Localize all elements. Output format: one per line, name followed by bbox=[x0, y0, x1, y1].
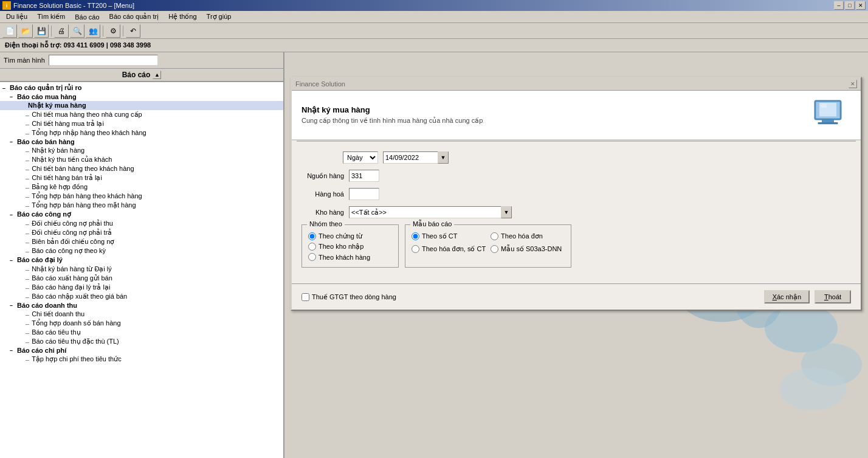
toolbar-print[interactable]: 🖨 bbox=[54, 24, 69, 38]
tree-item-tap-hop-chi-phi[interactable]: – Tập hợp chi phí theo tiêu thức bbox=[0, 355, 283, 364]
kho-hang-dropdown-btn[interactable]: ▼ bbox=[501, 206, 512, 218]
tree-item-bang-ke-hop-dong[interactable]: – Bảng kê hợp đồng bbox=[0, 182, 283, 192]
radio-theo-hoa-don-so-ct-label[interactable]: Theo hóa đơn, số CT bbox=[422, 245, 486, 253]
section-label: Báo cáo quản trị rủi ro bbox=[10, 84, 81, 92]
tree-item-bao-cao-tieu-thu-dac-thu[interactable]: – Báo cáo tiêu thụ đặc thù (TL) bbox=[0, 337, 283, 346]
tree-item-nhat-ky-ban-hang-tu-dai-ly[interactable]: – Nhật ký bán hàng từ Đại lý bbox=[0, 265, 283, 274]
main-layout: Tìm màn hình Báo cáo ▲ – Báo cáo quản tr… bbox=[0, 52, 868, 458]
tree-item-doi-chieu-phai-thu[interactable]: – Đối chiếu công nợ phải thu bbox=[0, 219, 283, 228]
radio-theo-so-ct-input[interactable] bbox=[412, 232, 419, 240]
toolbar-save[interactable]: 💾 bbox=[34, 24, 49, 38]
collapse-icon: – bbox=[10, 257, 16, 263]
tree-item-nhat-ky-thu-tien[interactable]: – Nhật ký thu tiền của khách bbox=[0, 155, 283, 164]
toolbar-open[interactable]: 📂 bbox=[18, 24, 33, 38]
close-button[interactable]: ✕ bbox=[856, 1, 866, 10]
toolbar-settings[interactable]: ⚙ bbox=[106, 24, 120, 38]
date-dropdown-btn[interactable]: ▼ bbox=[438, 151, 449, 164]
menu-bao-cao-quan-tri[interactable]: Báo cáo quản trị bbox=[105, 12, 164, 22]
tree-item-doi-chieu-phai-tra[interactable]: – Đối chiếu công nợ phải trả bbox=[0, 228, 283, 237]
radio-theo-hoa-don-input[interactable] bbox=[491, 232, 498, 240]
finance-dialog: Finance Solution ✕ Nhật ký mua hàng Cung… bbox=[291, 77, 862, 311]
search-input[interactable] bbox=[49, 55, 158, 66]
tree-subsection-ban-hang[interactable]: – Báo cáo bán hàng bbox=[0, 137, 283, 146]
window-controls: – □ ✕ bbox=[834, 1, 866, 10]
dialog-header-title: Nhật ký mua hàng bbox=[301, 105, 805, 114]
radio-theo-hoa-don-so-ct-input[interactable] bbox=[412, 245, 419, 253]
tree-item-tong-hop-ban-hang-khach-hang[interactable]: – Tổng hợp bán hàng theo khách hàng bbox=[0, 192, 283, 201]
tree-item-nhat-ky-ban-hang[interactable]: – Nhật ký bán hàng bbox=[0, 146, 283, 155]
minimize-button[interactable]: – bbox=[834, 1, 844, 10]
tree-section-quan-tri-rui-ro[interactable]: – Báo cáo quản trị rủi ro bbox=[0, 83, 283, 92]
menu-du-lieu[interactable]: Du liệu bbox=[1, 12, 32, 22]
radio-theo-chung-tu: Theo chứng từ bbox=[308, 232, 392, 240]
radio-theo-hoa-don-label[interactable]: Theo hóa đơn bbox=[501, 232, 543, 240]
tree-subsection-doanh-thu[interactable]: – Báo cáo doanh thu bbox=[0, 301, 283, 310]
thue-gtgt-checkbox[interactable] bbox=[301, 293, 309, 301]
toolbar-search[interactable]: 🔍 bbox=[70, 24, 84, 38]
tree-item-tong-hop-nhap-hang[interactable]: – Tổng hợp nhập hàng theo khách hàng bbox=[0, 128, 283, 137]
hang-hoa-input[interactable] bbox=[349, 188, 379, 200]
maximize-button[interactable]: □ bbox=[845, 1, 855, 10]
tree-item-bao-cao-hang-dai-ly-tra-lai[interactable]: – Báo cáo hàng đại lý trả lại bbox=[0, 283, 283, 292]
tree-item-nhat-ky-mua-hang[interactable]: Nhật ký mua hàng bbox=[0, 101, 283, 110]
tree-item-chi-tiet-ban-hang[interactable]: – Chi tiết bán hàng theo khách hàng bbox=[0, 164, 283, 173]
tree-item-chi-tiet-hang-ban-tra-lai[interactable]: – Chi tiết hàng bán trả lại bbox=[0, 173, 283, 182]
tree-subsection-cong-no[interactable]: – Báo cáo công nợ bbox=[0, 210, 283, 219]
radio-theo-khach-hang-label[interactable]: Theo khách hàng bbox=[319, 254, 370, 261]
radio-mau-so-s03a3-input[interactable] bbox=[491, 245, 498, 253]
tree-item-chi-tiet-doanh-thu[interactable]: – Chi tiết doanh thu bbox=[0, 310, 283, 319]
phone-text: Điện thoại hỗ trợ: 093 411 6909 | 098 34… bbox=[5, 41, 151, 49]
confirm-button[interactable]: Xác nhận bbox=[764, 290, 810, 304]
nguon-hang-input[interactable] bbox=[349, 170, 379, 182]
dialog-header: Nhật ký mua hàng Cung cấp thông tin về t… bbox=[292, 91, 861, 141]
radio-theo-kho-nhap-input[interactable] bbox=[308, 243, 316, 251]
menu-bao-cao[interactable]: Báo cáo bbox=[70, 12, 104, 22]
tree-item-tong-hop-ban-hang-mat-hang[interactable]: – Tổng hợp bán hàng theo mặt hàng bbox=[0, 201, 283, 210]
radio-theo-hoa-don: Theo hóa đơn bbox=[491, 232, 565, 240]
radio-theo-so-ct: Theo số CT bbox=[412, 232, 486, 240]
window-title: Finance Solution Basic - TT200 – [Menu] bbox=[13, 2, 834, 9]
menu-tro-giup[interactable]: Trợ giúp bbox=[202, 12, 236, 22]
tree-subsection-dai-ly[interactable]: – Báo cáo đại lý bbox=[0, 255, 283, 265]
tree-item-bao-cao-nhap-xuat-theo-gia-ban[interactable]: – Báo cáo nhập xuất theo giá bán bbox=[0, 292, 283, 301]
toolbar-new[interactable]: 📄 bbox=[2, 24, 17, 38]
date-row: Ngày Tháng Quý Năm ▼ bbox=[301, 151, 851, 164]
menu-tim-kiem[interactable]: Tìm kiếm bbox=[32, 12, 70, 22]
tree-subsection-chi-phi[interactable]: – Báo cáo chi phí bbox=[0, 346, 283, 355]
tree-item-bao-cao-cong-no-theo-ky[interactable]: – Báo cáo công nợ theo kỳ bbox=[0, 246, 283, 255]
dialog-titlebar: Finance Solution ✕ bbox=[292, 78, 861, 91]
subsection-label: Báo cáo chi phí bbox=[17, 347, 66, 354]
panel-scroll-up[interactable]: ▲ bbox=[153, 71, 161, 79]
radio-theo-so-ct-label[interactable]: Theo số CT bbox=[422, 232, 457, 240]
dialog-close-button[interactable]: ✕ bbox=[849, 80, 857, 88]
mau-bao-cao-group: Mẫu báo cáo Theo số CT Theo hóa đơn bbox=[405, 224, 571, 268]
title-bar: i Finance Solution Basic - TT200 – [Menu… bbox=[0, 0, 868, 11]
thue-gtgt-checkbox-label[interactable]: Thuế GTGT theo dòng hàng bbox=[301, 293, 396, 301]
radio-theo-khach-hang-input[interactable] bbox=[308, 253, 316, 261]
tree-item-bao-cao-tieu-thu[interactable]: – Báo cáo tiêu thụ bbox=[0, 328, 283, 337]
kho-hang-input[interactable] bbox=[349, 206, 501, 218]
tree-item-chi-tiet-hang-mua-tra-lai[interactable]: – Chi tiết hàng mua trả lại bbox=[0, 119, 283, 128]
radio-theo-chung-tu-input[interactable] bbox=[308, 232, 316, 240]
tree-item-bao-cao-xuat-hang-gui-ban[interactable]: – Báo cáo xuất hàng gửi bán bbox=[0, 274, 283, 283]
tree-item-tong-hop-doanh-so[interactable]: – Tổng hợp doanh số bán hàng bbox=[0, 319, 283, 328]
radio-mau-so-s03a3-label[interactable]: Mẫu số S03a3-DNN bbox=[501, 245, 562, 253]
tree-item-bien-ban-doi-chieu[interactable]: – Biên bản đối chiếu công nợ bbox=[0, 237, 283, 246]
date-type-select[interactable]: Ngày Tháng Quý Năm bbox=[343, 151, 378, 164]
tree-subsection-mua-hang[interactable]: – Báo cáo mua hàng bbox=[0, 92, 283, 101]
radio-theo-kho-nhap-label[interactable]: Theo kho nhập bbox=[319, 243, 363, 251]
tree-container[interactable]: – Báo cáo quản trị rủi ro – Báo cáo mua … bbox=[0, 82, 283, 458]
toolbar-users[interactable]: 👥 bbox=[86, 24, 100, 38]
dialog-header-text: Nhật ký mua hàng Cung cấp thông tin về t… bbox=[301, 105, 805, 125]
subsection-label: Báo cáo đại lý bbox=[17, 256, 63, 264]
radio-theo-chung-tu-label[interactable]: Theo chứng từ bbox=[319, 232, 362, 240]
toolbar-undo[interactable]: ↶ bbox=[126, 24, 140, 38]
collapse-icon: – bbox=[10, 94, 16, 100]
tree-item-chi-tiet-mua-hang[interactable]: – Chi tiết mua hàng theo nhà cung cấp bbox=[0, 110, 283, 119]
menu-he-thong[interactable]: Hệ thống bbox=[164, 12, 201, 22]
radio-mau-so-s03a3: Mẫu số S03a3-DNN bbox=[491, 245, 565, 253]
thue-gtgt-label: Thuế GTGT theo dòng hàng bbox=[312, 293, 396, 301]
subsection-label: Báo cáo công nợ bbox=[17, 210, 71, 218]
exit-button[interactable]: Thoát bbox=[815, 290, 851, 304]
date-value-input[interactable] bbox=[383, 151, 438, 164]
